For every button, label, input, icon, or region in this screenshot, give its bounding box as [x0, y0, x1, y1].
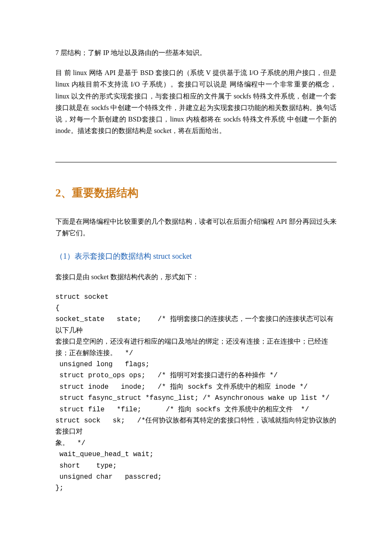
- spacer: [55, 61, 337, 67]
- subsection-1-lede: 套接口是由 socket 数据结构代表的，形式如下：: [55, 271, 337, 283]
- section-2-heading: 2、重要数据结构: [55, 184, 337, 202]
- document-page: 7 层结构；了解 IP 地址以及路由的一些基本知识。 目 前 linux 网络 …: [0, 0, 392, 555]
- spacer: [55, 286, 337, 292]
- intro-line-1: 7 层结构；了解 IP 地址以及路由的一些基本知识。: [55, 47, 337, 58]
- subsection-1-heading: （1）表示套接口的数据结构 struct socket: [55, 250, 337, 263]
- section-2-lede: 下面是在网络编程中比较重要的几个数据结构，读者可以在后面介绍编程 API 部分再…: [55, 216, 337, 239]
- struct-socket-code: struct socket { socket_state state; /* 指…: [55, 292, 337, 494]
- section-divider: [55, 162, 337, 162]
- intro-paragraph: 目 前 linux 网络 API 是基于 BSD 套接口的（系统 V 提供基于流…: [55, 67, 337, 136]
